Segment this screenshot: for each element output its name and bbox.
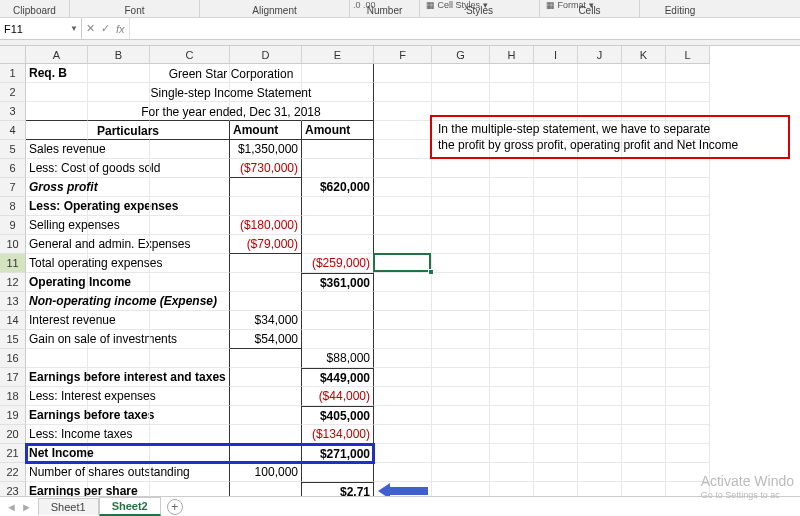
cell-C11[interactable] <box>150 254 230 273</box>
cell-I18[interactable] <box>534 387 578 406</box>
cell-D11[interactable] <box>230 254 302 273</box>
column-header-G[interactable]: G <box>432 46 490 64</box>
cell-G10[interactable] <box>432 235 490 254</box>
ribbon-group-editing[interactable]: Editing <box>640 0 720 17</box>
cell-B16[interactable] <box>88 349 150 368</box>
cell-B14[interactable] <box>88 311 150 330</box>
cell-F6[interactable] <box>374 159 432 178</box>
cell-F16[interactable] <box>374 349 432 368</box>
cell-F10[interactable] <box>374 235 432 254</box>
cell-D7[interactable] <box>230 178 302 197</box>
cell-C18[interactable] <box>150 387 230 406</box>
cell-D10[interactable]: ($79,000) <box>230 235 302 254</box>
cell-A1[interactable]: Req. B <box>26 64 88 83</box>
cell-F12[interactable] <box>374 273 432 292</box>
cell-E7[interactable]: $620,000 <box>302 178 374 197</box>
ribbon-group-font[interactable]: Font <box>70 0 200 17</box>
cell-L21[interactable] <box>666 444 710 463</box>
row-header[interactable]: 10 <box>0 235 26 254</box>
cell-F19[interactable] <box>374 406 432 425</box>
cell-E8[interactable] <box>302 197 374 216</box>
cell-B8[interactable] <box>88 197 150 216</box>
column-header-I[interactable]: I <box>534 46 578 64</box>
cell-G16[interactable] <box>432 349 490 368</box>
cell-B15[interactable] <box>88 330 150 349</box>
cell-J2[interactable] <box>578 83 622 102</box>
cell-L13[interactable] <box>666 292 710 311</box>
row-header[interactable]: 3 <box>0 102 26 121</box>
cell-K8[interactable] <box>622 197 666 216</box>
cell-E20[interactable]: ($134,000) <box>302 425 374 444</box>
cell-G17[interactable] <box>432 368 490 387</box>
cell-A10[interactable]: General and admin. Expenses <box>26 235 88 254</box>
cell-L17[interactable] <box>666 368 710 387</box>
cell-F3[interactable] <box>374 102 432 121</box>
cell-C7[interactable] <box>150 178 230 197</box>
cell-K20[interactable] <box>622 425 666 444</box>
cell-H11[interactable] <box>490 254 534 273</box>
cell-H1[interactable] <box>490 64 534 83</box>
cell-F4[interactable] <box>374 121 432 140</box>
ribbon-group-number[interactable]: .0 .00 Number <box>350 0 420 17</box>
cell-C19[interactable] <box>150 406 230 425</box>
cell-C13[interactable] <box>150 292 230 311</box>
cell-B22[interactable] <box>88 463 150 482</box>
row-header[interactable]: 11 <box>0 254 26 273</box>
cell-E12[interactable]: $361,000 <box>302 273 374 292</box>
cell-H9[interactable] <box>490 216 534 235</box>
fill-handle[interactable] <box>428 269 434 275</box>
cell-C15[interactable] <box>150 330 230 349</box>
cell-L1[interactable] <box>666 64 710 83</box>
cell-B11[interactable] <box>88 254 150 273</box>
cell-D4[interactable]: Amount <box>230 121 302 140</box>
cell-F21[interactable] <box>374 444 432 463</box>
cell-J16[interactable] <box>578 349 622 368</box>
cell-E14[interactable] <box>302 311 374 330</box>
cell-J18[interactable] <box>578 387 622 406</box>
cell-B21[interactable] <box>88 444 150 463</box>
cell-B6[interactable] <box>88 159 150 178</box>
cell-C20[interactable] <box>150 425 230 444</box>
cell-L16[interactable] <box>666 349 710 368</box>
cell-L11[interactable] <box>666 254 710 273</box>
cell-D6[interactable]: ($730,000) <box>230 159 302 178</box>
cell-L7[interactable] <box>666 178 710 197</box>
cell-A8[interactable]: Less: Operating expenses <box>26 197 88 216</box>
cell-K18[interactable] <box>622 387 666 406</box>
row-header[interactable]: 20 <box>0 425 26 444</box>
cell-E19[interactable]: $405,000 <box>302 406 374 425</box>
chevron-down-icon[interactable]: ▼ <box>70 24 78 33</box>
row-header[interactable]: 21 <box>0 444 26 463</box>
cell-K15[interactable] <box>622 330 666 349</box>
column-header-H[interactable]: H <box>490 46 534 64</box>
cell-A2[interactable] <box>26 83 88 102</box>
cell-E22[interactable] <box>302 463 374 482</box>
cell-D16[interactable] <box>230 349 302 368</box>
cell-H15[interactable] <box>490 330 534 349</box>
cell-J17[interactable] <box>578 368 622 387</box>
cell-L19[interactable] <box>666 406 710 425</box>
cell-C22[interactable] <box>150 463 230 482</box>
cell-A14[interactable]: Interest revenue <box>26 311 88 330</box>
cell-F7[interactable] <box>374 178 432 197</box>
cell-G1[interactable] <box>432 64 490 83</box>
cell-A18[interactable]: Less: Interest expenses <box>26 387 88 406</box>
cell-L10[interactable] <box>666 235 710 254</box>
fx-icon[interactable]: fx <box>116 23 125 35</box>
ribbon-group-clipboard[interactable]: Clipboard <box>0 0 70 17</box>
cell-H21[interactable] <box>490 444 534 463</box>
cell-E17[interactable]: $449,000 <box>302 368 374 387</box>
cell-A11[interactable]: Total operating expenses <box>26 254 88 273</box>
cell-A5[interactable]: Sales revenue <box>26 140 88 159</box>
cell-D22[interactable]: 100,000 <box>230 463 302 482</box>
cell-K7[interactable] <box>622 178 666 197</box>
row-header[interactable]: 19 <box>0 406 26 425</box>
cell-A7[interactable]: Gross profit <box>26 178 88 197</box>
row-header[interactable]: 6 <box>0 159 26 178</box>
cell-E10[interactable] <box>302 235 374 254</box>
cell-F8[interactable] <box>374 197 432 216</box>
cell-I10[interactable] <box>534 235 578 254</box>
cell-F9[interactable] <box>374 216 432 235</box>
cell-A3[interactable] <box>26 102 88 121</box>
cell-K21[interactable] <box>622 444 666 463</box>
